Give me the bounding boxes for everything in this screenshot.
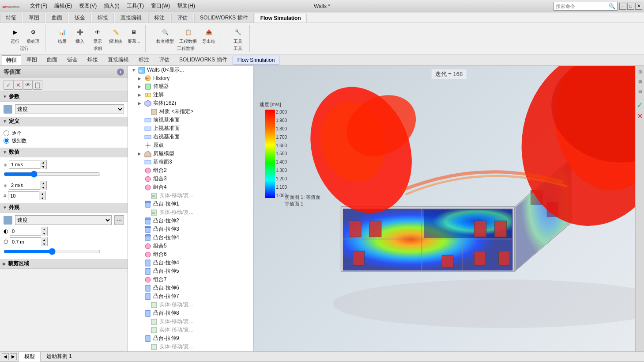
minibar-btn-2[interactable]: ⊠ [636, 77, 644, 85]
cancel-button[interactable]: ✕ [13, 80, 23, 90]
value1-up[interactable]: ▲ [40, 160, 46, 164]
ftab-markup[interactable]: 标注 [134, 55, 154, 65]
screen-button[interactable]: 🖥 屏幕... [126, 25, 142, 46]
tree-item-boss-extrude4[interactable]: 凸台-拉伸4 [128, 233, 253, 242]
tree-item-combo4[interactable]: 组合4 [128, 183, 253, 191]
ftab-flow-simulation[interactable]: Flow Simulation [233, 56, 280, 65]
tree-item-combo2[interactable]: 组合2 [128, 166, 253, 175]
house-model-expander[interactable]: ▶ [138, 151, 144, 156]
tree-item-solid-move3[interactable]: 实体-移动/复... [128, 301, 253, 309]
viewport-close-button[interactable]: ✕ [637, 112, 643, 120]
value1-input[interactable]: 1 m/s [9, 160, 40, 168]
value2-input[interactable]: 2 m/s [9, 181, 40, 189]
transparency-up[interactable]: ▲ [41, 227, 47, 231]
sensors-expander[interactable]: ▶ [138, 84, 144, 89]
export-button[interactable]: 📤 导出结 [200, 25, 217, 46]
copy-button[interactable]: 📋 [33, 80, 42, 90]
tab-sw-plugins[interactable]: SOLIDWORKS 插件 [194, 13, 254, 23]
close-button[interactable]: ✕ [635, 3, 642, 10]
insert-button[interactable]: ➕ 插入 [72, 25, 88, 46]
ftab-evaluate[interactable]: 评估 [154, 55, 174, 65]
radio-progressive-input[interactable] [4, 130, 9, 136]
tree-item-boss-extrude-p5[interactable]: 凸台-拉伸5 [128, 267, 253, 275]
tab-evaluate[interactable]: 评估 [171, 13, 193, 23]
appearance-section-header[interactable]: ▼ 外观 [0, 203, 128, 213]
minimize-button[interactable]: ─ [619, 3, 626, 10]
history-expander[interactable]: ▶ [138, 76, 144, 81]
menu-edit[interactable]: 编辑(E) [51, 1, 75, 11]
viewport-confirm-button[interactable]: ✓ [636, 100, 643, 110]
tree-item-base-plane3[interactable]: 基准面3 [128, 158, 253, 166]
tab-nav-left[interactable]: ◀ [2, 353, 9, 360]
tree-item-solids[interactable]: ▶ 实体(162) [128, 99, 253, 107]
tab-nav-right[interactable]: ▶ [10, 353, 17, 360]
tree-item-combo6[interactable]: 组合6 [128, 250, 253, 259]
result-button[interactable]: 📊 结果 [54, 25, 70, 46]
ftab-sketch[interactable]: 草图 [22, 55, 41, 65]
params-section-header[interactable]: ▼ 参数 [0, 92, 128, 102]
tab-weld[interactable]: 焊接 [92, 13, 114, 23]
btab-motion[interactable]: 运动算例 1 [41, 351, 78, 362]
tree-item-solid-move2[interactable]: M 实体-移动/复... [128, 208, 253, 217]
probe-button[interactable]: 📏 探测值 [107, 25, 124, 46]
btab-model[interactable]: 模型 [19, 351, 41, 362]
size-slider[interactable] [4, 248, 101, 255]
tree-item-history[interactable]: ▶ H History [128, 74, 253, 82]
ftab-sw-plugins[interactable]: SOLIDWORKS 插件 [175, 55, 232, 65]
transparency-input[interactable]: 0 [10, 227, 41, 235]
tree-item-annotations[interactable]: ▶ A 注解 [128, 91, 253, 99]
search-box[interactable]: 🔍 [554, 2, 618, 11]
ftab-weld[interactable]: 焊接 [83, 55, 102, 65]
tree-item-sensors[interactable]: ▶ 传感器 [128, 82, 253, 91]
tab-features[interactable]: 特征 [0, 13, 22, 23]
show-button[interactable]: 👁 显示 [90, 25, 105, 46]
clip-section-header[interactable]: ▶ 裁剪区域 [0, 259, 128, 269]
appearance-extra-button[interactable]: ⋯ [114, 215, 124, 225]
count-down[interactable]: ▼ [39, 196, 45, 200]
tree-item-material[interactable]: 材质 <未指定> [128, 107, 253, 116]
tree-item-boss-extrude-p7[interactable]: 凸台-拉伸7 [128, 292, 253, 301]
tree-item-combo3[interactable]: 组合3 [128, 175, 253, 183]
tree-item-boss-extrude2[interactable]: 凸台-拉伸2 [128, 217, 253, 225]
ftab-sheetmetal[interactable]: 钣金 [63, 55, 82, 65]
minibar-btn-3[interactable]: ⊟ [636, 87, 644, 95]
menu-window[interactable]: 窗口(W) [147, 1, 173, 11]
tree-item-boss-extrude8[interactable]: 凸台-拉伸8 [128, 309, 253, 317]
menu-view[interactable]: 视图(V) [75, 1, 100, 11]
size-input[interactable]: 0.7 m [10, 238, 41, 246]
tree-item-combo7[interactable]: 组合7 [128, 275, 253, 284]
tree-item-solid-move4[interactable]: 实体-移动/复... [128, 317, 253, 326]
tree-item-walls[interactable]: ▼ W Walls (0<显示... [128, 66, 253, 74]
tree-item-boss-extrude-p6[interactable]: 凸台-拉伸6 [128, 284, 253, 292]
minibar-btn-1[interactable]: ⊞ [636, 68, 644, 76]
walls-expander[interactable]: ▼ [132, 68, 138, 72]
tools-button[interactable]: 🔧 工具 [230, 25, 246, 46]
confirm-button[interactable]: ✓ [4, 80, 13, 90]
tree-item-house-model[interactable]: ▶ 房屋模型 [128, 149, 253, 158]
value1-down[interactable]: ▼ [40, 164, 46, 169]
search-input[interactable] [556, 4, 609, 9]
tree-item-boss-extrude9[interactable]: 凸台-拉伸9 [128, 334, 253, 343]
size-down[interactable]: ▼ [41, 242, 47, 246]
tree-item-solid-move1[interactable]: M 实体-移动/复... [128, 191, 253, 200]
tree-item-boss-extrude3[interactable]: 凸台-拉伸3 [128, 225, 253, 233]
info-button[interactable]: i [117, 69, 124, 76]
restore-button[interactable]: □ [627, 3, 634, 10]
tab-surface[interactable]: 曲面 [46, 13, 68, 23]
appearance-param-select[interactable]: 速度 压力 [15, 215, 112, 225]
tree-item-front-plane[interactable]: 前视基准面 [128, 116, 253, 124]
tree-item-boss-extrude1[interactable]: 凸台-拉伸1 [128, 200, 253, 208]
eng-data-button[interactable]: 📋 工程数据 [177, 25, 199, 46]
menu-file[interactable]: 文件(F) [26, 1, 51, 11]
viewport[interactable]: 迭代 = 168 速度 [m/s] 2.000 1.900 1.800 1.70… [254, 66, 644, 351]
size-up[interactable]: ▲ [41, 237, 47, 242]
tree-item-solid-move7[interactable]: 实体-移动/复... [128, 351, 253, 351]
tree-item-solid-move5[interactable]: 实体-移动/复... [128, 326, 253, 334]
menu-insert[interactable]: 插入(I) [100, 1, 123, 11]
tree-item-combo5[interactable]: 组合5 [128, 242, 253, 250]
value2-down[interactable]: ▼ [40, 185, 46, 190]
check-model-button[interactable]: 🔍 检查模型 [154, 25, 176, 46]
transparency-down[interactable]: ▼ [41, 231, 47, 236]
post-process-button[interactable]: ⚙ 后处理 [25, 25, 41, 46]
count-input[interactable]: 10 [8, 192, 39, 200]
